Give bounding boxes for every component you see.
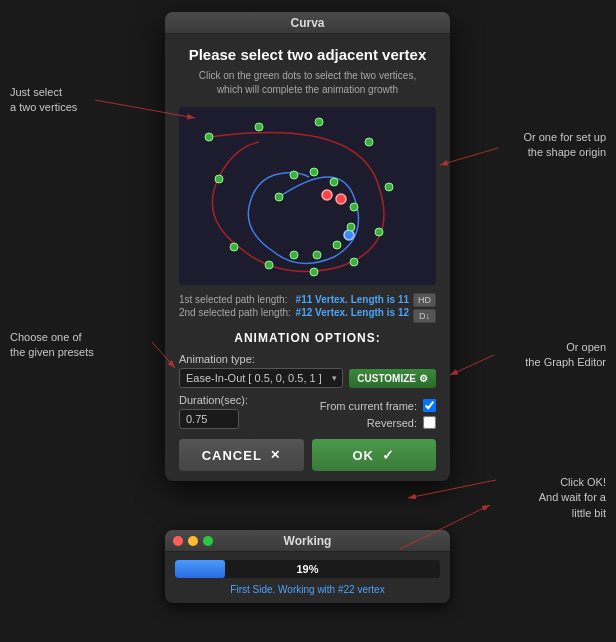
animation-options-title: ANIMATION OPTIONS:: [179, 331, 436, 345]
annotation-mr-line2: the Graph Editor: [525, 355, 606, 370]
annotation-ml-line1: Choose one of: [10, 330, 94, 345]
svg-point-17: [310, 168, 318, 176]
annotation-line1: Just select: [10, 85, 77, 100]
hd-button[interactable]: HD: [413, 293, 436, 307]
svg-point-7: [375, 228, 383, 236]
svg-point-13: [336, 194, 346, 204]
from-current-frame-label: From current frame:: [320, 400, 417, 412]
animation-type-label: Animation type:: [179, 353, 436, 365]
from-current-frame-checkbox[interactable]: [423, 399, 436, 412]
maximize-button[interactable]: [203, 536, 213, 546]
svg-rect-0: [179, 107, 436, 285]
annotation-br-line2: And wait for a: [539, 490, 606, 505]
svg-point-19: [350, 203, 358, 211]
annotation-middle-right: Or open the Graph Editor: [525, 340, 606, 371]
svg-point-6: [385, 183, 393, 191]
working-title: Working: [284, 534, 332, 548]
annotation-top-left: Just select a two vertices: [10, 85, 77, 116]
cancel-button[interactable]: CANCEL ✕: [179, 439, 304, 471]
customize-icon: ⚙: [419, 373, 428, 384]
annotation-middle-left: Choose one of the given presets: [10, 330, 94, 361]
duration-input[interactable]: [179, 409, 239, 429]
customize-label: CUSTOMIZE: [357, 373, 416, 384]
annotation-line2: a two vertices: [10, 100, 77, 115]
svg-point-12: [322, 190, 332, 200]
svg-point-22: [313, 251, 321, 259]
annotation-br-line3: little bit: [539, 506, 606, 521]
svg-point-8: [350, 258, 358, 266]
annotation-br-line1: Click OK!: [539, 475, 606, 490]
dialog-header-title: Please select two adjacent vertex: [179, 46, 436, 64]
path2-label: 2nd selected path length:: [179, 307, 291, 318]
working-status: First Side. Working with #22 vertex: [175, 584, 440, 595]
svg-point-18: [330, 178, 338, 186]
svg-point-23: [290, 251, 298, 259]
annotation-ml-line2: the given presets: [10, 345, 94, 360]
svg-point-11: [230, 243, 238, 251]
path1-label: 1st selected path length:: [179, 294, 287, 305]
animation-type-select[interactable]: Ease-In-Out [ 0.5, 0, 0.5, 1 ] Linear [ …: [179, 368, 343, 388]
svg-point-2: [205, 133, 213, 141]
path1-value: #11 Vertex. Length is 11: [296, 294, 409, 305]
path2-value: #12 Vertex. Length is 12: [296, 307, 409, 318]
svg-point-9: [310, 268, 318, 276]
d-down-button[interactable]: D↓: [413, 309, 436, 323]
svg-line-28: [450, 355, 494, 375]
working-titlebar: Working: [165, 530, 450, 552]
annotation-tr-line1: Or one for set up: [523, 130, 606, 145]
svg-point-16: [290, 171, 298, 179]
working-dialog: Working 19% First Side. Working with #22…: [165, 530, 450, 603]
cancel-icon: ✕: [270, 448, 281, 462]
svg-point-15: [275, 193, 283, 201]
minimize-button[interactable]: [188, 536, 198, 546]
reversed-label: Reversed:: [367, 417, 417, 429]
svg-point-1: [215, 175, 223, 183]
ok-button[interactable]: OK ✓: [312, 439, 437, 471]
dialog-titlebar: Curva: [165, 12, 450, 34]
annotation-bottom-right: Click OK! And wait for a little bit: [539, 475, 606, 521]
svg-point-4: [315, 118, 323, 126]
progress-bar-wrapper: 19%: [175, 560, 440, 578]
svg-line-29: [408, 480, 496, 498]
duration-label: Duration(sec):: [179, 394, 259, 406]
ok-icon: ✓: [382, 447, 395, 463]
annotation-tr-line2: the shape origin: [523, 145, 606, 160]
dialog-header-subtitle: Click on the green dots to select the tw…: [179, 69, 436, 97]
svg-point-5: [365, 138, 373, 146]
svg-point-20: [347, 223, 355, 231]
reversed-checkbox[interactable]: [423, 416, 436, 429]
cancel-label: CANCEL: [202, 448, 262, 463]
customize-button[interactable]: CUSTOMIZE ⚙: [349, 369, 436, 388]
svg-point-3: [255, 123, 263, 131]
svg-point-10: [265, 261, 273, 269]
ok-label: OK: [353, 448, 375, 463]
svg-point-14: [344, 230, 354, 240]
close-button[interactable]: [173, 536, 183, 546]
canvas-area: [179, 107, 436, 285]
svg-point-21: [333, 241, 341, 249]
traffic-lights: [173, 536, 213, 546]
annotation-top-right: Or one for set up the shape origin: [523, 130, 606, 161]
progress-label: 19%: [175, 560, 440, 578]
main-dialog: Curva Please select two adjacent vertex …: [165, 12, 450, 481]
dialog-title: Curva: [290, 16, 324, 30]
annotation-mr-line1: Or open: [525, 340, 606, 355]
